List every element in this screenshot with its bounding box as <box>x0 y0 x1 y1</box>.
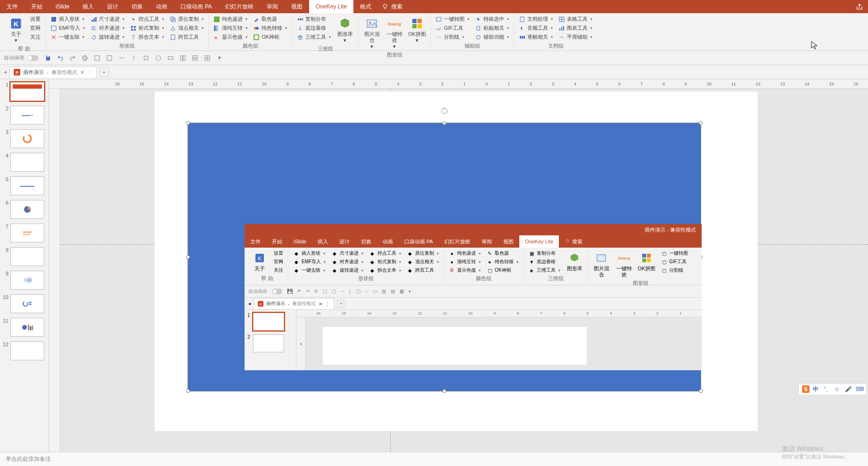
3d-tools-button[interactable]: 三维工具▾ <box>295 33 333 41</box>
slide-thumb-2[interactable]: ▬▬▬ ● <box>10 106 44 125</box>
tab-format[interactable]: 格式 <box>353 0 378 13</box>
align-progress-button[interactable]: 对齐递进▾ <box>89 24 126 32</box>
slide-thumbnails-panel[interactable]: 1 2▬▬▬ ● 3 4 5▬▬▬▬▬ 6 7▬▬▬●●●● 8 9 10 11… <box>0 79 49 452</box>
tab-onekey-lite[interactable]: OneKey Lite <box>309 0 353 13</box>
special-select-button[interactable]: 特殊选中▾ <box>473 15 511 23</box>
doc-process-button[interactable]: 文档处理▾ <box>517 15 555 23</box>
morph-assist-button[interactable]: 平滑辅助▾ <box>557 33 594 41</box>
resize-handle-n[interactable] <box>442 121 446 125</box>
tab-design[interactable]: 设计 <box>100 0 125 13</box>
document-tab[interactable]: P 插件演示 - 兼容性模式 ✕ ⋮ <box>9 67 97 78</box>
slide-thumb-4[interactable] <box>10 153 44 172</box>
tab-islide[interactable]: iSlide <box>49 0 76 13</box>
tab-pocket-anim[interactable]: 口袋动画 PA <box>174 0 218 13</box>
tab-animation[interactable]: 动画 <box>149 0 174 13</box>
slide-thumb-7[interactable]: ▬▬▬●●●● <box>10 224 44 242</box>
paste-related-button[interactable]: 粘贴相关▾ <box>473 24 511 32</box>
ime-toolbar[interactable]: S 中 °, ☺ 🎤 ⌨ <box>798 383 867 395</box>
slide-thumb-6[interactable] <box>10 200 44 219</box>
qat-icon-6[interactable] <box>155 54 162 62</box>
about-button[interactable]: K 关于 ▾ <box>6 15 26 44</box>
split-text-button[interactable]: T拆合文本▾ <box>128 33 166 41</box>
notes-pane[interactable]: 单击此处添加备注 <box>0 452 868 466</box>
slide-thumb-10[interactable] <box>10 294 44 313</box>
divider-button[interactable]: 分割线▾ <box>434 33 471 41</box>
resize-handle-se[interactable] <box>699 389 703 393</box>
new-tab-button[interactable]: + <box>99 67 109 77</box>
qat-icon-10[interactable] <box>204 54 211 62</box>
resize-handle-w[interactable] <box>186 255 190 259</box>
sogou-logo-icon[interactable]: S <box>802 385 810 393</box>
resize-handle-sw[interactable] <box>186 389 190 393</box>
frame-related-button[interactable]: 逐帧相关▾ <box>517 33 555 41</box>
tell-me-search[interactable]: 搜索 <box>378 3 402 11</box>
gif-tools-button[interactable]: GIFGIF工具 <box>434 24 471 32</box>
ime-keyboard-icon[interactable]: ⌨ <box>855 385 864 393</box>
audio-tools-button[interactable]: 音频工具▾ <box>517 24 555 32</box>
bottom-shift-button[interactable]: 底边垂移 <box>295 24 333 32</box>
selected-rectangle-shape[interactable]: 插件演示 - 兼容性模式 文件 开始 iSlide 插入 设计 切换 动画 口袋… <box>188 123 701 391</box>
slide-thumb-12[interactable] <box>10 341 44 360</box>
qat-icon-5[interactable] <box>142 54 150 62</box>
tab-file[interactable]: 文件 <box>0 0 25 13</box>
control-point-button[interactable]: 控点工具▾ <box>128 15 166 23</box>
slide-canvas-area[interactable]: 插件演示 - 兼容性模式 文件 开始 iSlide 插入 设计 切换 动画 口袋… <box>60 89 868 452</box>
vertex-related-button[interactable]: 顶点相关▾ <box>168 24 205 32</box>
size-progress-button[interactable]: 尺寸递进▾ <box>89 15 126 23</box>
insert-shape-button[interactable]: 插入形状▾ <box>49 15 87 23</box>
slide-thumb-8[interactable] <box>10 247 44 266</box>
resize-handle-s[interactable] <box>442 389 446 393</box>
repeat-icon[interactable] <box>81 54 89 62</box>
close-tab-icon[interactable]: ✕ <box>80 69 84 75</box>
table-tools-button[interactable]: 表格工具▾ <box>557 15 594 23</box>
ime-mic-icon[interactable]: 🎤 <box>844 385 852 393</box>
ok-collage-button[interactable]: OK拼图 ▾ <box>407 15 427 50</box>
resize-handle-nw[interactable] <box>186 121 190 125</box>
tab-view[interactable]: 视图 <box>285 0 309 13</box>
tab-review[interactable]: 审阅 <box>260 0 285 13</box>
rotate-progress-button[interactable]: 旋转递进▾ <box>89 33 126 41</box>
follow-button[interactable]: 关注 <box>28 33 42 41</box>
rotate-handle-icon[interactable] <box>441 107 448 115</box>
undo-icon[interactable] <box>57 54 64 62</box>
redo-icon[interactable] <box>69 54 76 62</box>
tab-home[interactable]: 开始 <box>25 0 49 13</box>
cross-page-button[interactable]: 跨页工具 <box>168 33 205 41</box>
qat-icon-7[interactable] <box>167 54 174 62</box>
back-icon[interactable]: ◂ <box>4 69 7 75</box>
gradient-swap-button[interactable]: 渐纯互转▾ <box>212 24 249 32</box>
qat-icon-8[interactable] <box>179 54 187 62</box>
slide-thumb-5[interactable]: ▬▬▬▬▬ <box>10 176 44 195</box>
tab-insert[interactable]: 插入 <box>76 0 100 13</box>
resize-handle-ne[interactable] <box>699 121 703 125</box>
one-click-remove-button[interactable]: 一键去除▾ <box>49 33 87 41</box>
solid-transfer-button[interactable]: 纯色转移▾ <box>251 24 289 32</box>
ime-punct-icon[interactable]: °, <box>821 385 830 393</box>
tab-slideshow[interactable]: 幻灯片放映 <box>219 0 260 13</box>
qat-icon-2[interactable] <box>106 54 113 62</box>
in-place-copy-button[interactable]: 原位复制▾ <box>168 15 205 23</box>
copy-distribute-button[interactable]: 复制分布 <box>295 15 333 23</box>
ok-frame-button[interactable]: OK神框 <box>251 33 289 41</box>
qat-icon-4[interactable] <box>130 54 138 62</box>
qat-icon-1[interactable] <box>93 54 101 62</box>
tab-transition[interactable]: 切换 <box>125 0 149 13</box>
slide-thumb-3[interactable] <box>10 129 44 148</box>
share-icon[interactable] <box>856 3 863 10</box>
qat-dropdown-icon[interactable]: ▾ <box>216 54 223 62</box>
eyedropper-button[interactable]: 取色器 <box>251 15 289 23</box>
ime-emoji-icon[interactable]: ☺ <box>833 385 841 393</box>
solid-progress-button[interactable]: 纯色递进▾ <box>212 15 249 23</box>
chart-tools-button[interactable]: 图表工具▾ <box>557 24 594 32</box>
slide-canvas[interactable]: 插件演示 - 兼容性模式 文件 开始 iSlide 插入 设计 切换 动画 口袋… <box>155 92 758 431</box>
autosave-toggle[interactable] <box>26 55 39 61</box>
save-icon[interactable] <box>44 54 52 62</box>
show-color-value-button[interactable]: R显示色值▾ <box>212 33 249 41</box>
image-blend-button[interactable]: 图片混合 ▾ <box>361 15 382 50</box>
emf-import-button[interactable]: EMF导入▾ <box>49 24 87 32</box>
assist-func-button[interactable]: 辅助功能▾ <box>473 33 511 41</box>
to-image-button[interactable]: 一键转图▾ <box>434 15 471 23</box>
slide-thumb-9[interactable] <box>10 271 44 290</box>
slide-thumb-1[interactable] <box>10 82 44 101</box>
website-button[interactable]: 官网 <box>28 24 42 32</box>
